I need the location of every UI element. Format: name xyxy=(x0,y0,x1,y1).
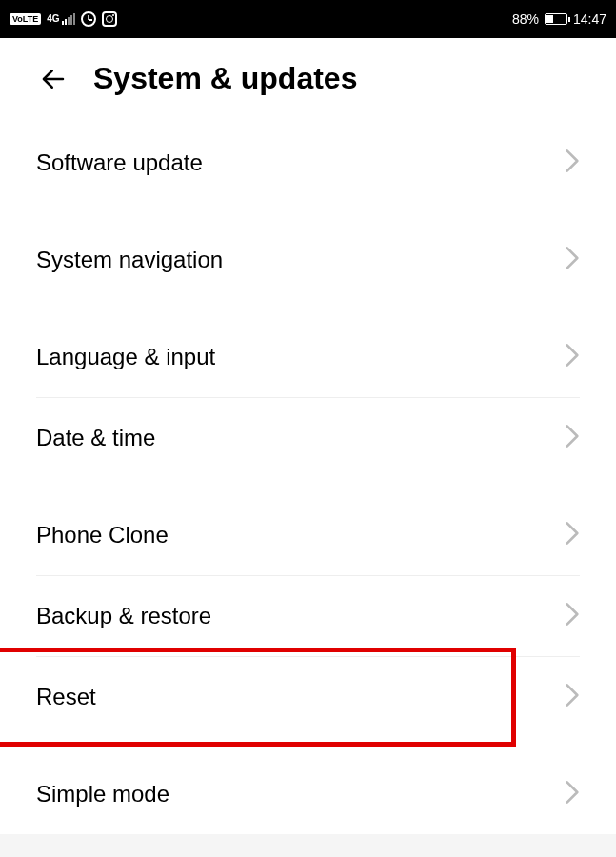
settings-item-reset[interactable]: Reset xyxy=(0,657,616,737)
settings-item-system-navigation[interactable]: System navigation xyxy=(0,220,616,300)
status-right: 88% 14:47 xyxy=(512,11,606,27)
chevron-right-icon xyxy=(565,342,580,372)
battery-icon xyxy=(545,13,567,25)
chevron-right-icon xyxy=(565,601,580,631)
chevron-right-icon xyxy=(565,423,580,453)
chevron-right-icon xyxy=(565,779,580,806)
arrow-left-icon xyxy=(39,65,68,93)
chevron-right-icon xyxy=(565,342,580,369)
settings-group: System navigation xyxy=(0,220,616,300)
chevron-right-icon xyxy=(565,245,580,275)
settings-item-language-input[interactable]: Language & input xyxy=(0,317,616,397)
header: System & updates xyxy=(0,38,616,123)
settings-item-label: Language & input xyxy=(36,344,215,370)
chevron-right-icon xyxy=(565,245,580,271)
settings-item-label: Backup & restore xyxy=(36,603,211,629)
chevron-right-icon xyxy=(565,779,580,809)
chevron-right-icon xyxy=(565,520,580,550)
page-title: System & updates xyxy=(93,61,357,96)
settings-group: Phone CloneBackup & restoreReset xyxy=(0,495,616,737)
settings-group: Software update xyxy=(0,123,616,203)
clock: 14:47 xyxy=(573,11,606,27)
battery-percent: 88% xyxy=(512,11,539,27)
settings-group: Language & inputDate & time xyxy=(0,317,616,478)
settings-item-backup-restore[interactable]: Backup & restore xyxy=(0,576,616,656)
alarm-icon xyxy=(81,11,96,27)
settings-item-software-update[interactable]: Software update xyxy=(0,123,616,203)
chevron-right-icon xyxy=(565,423,580,449)
settings-item-label: System navigation xyxy=(36,247,223,273)
back-button[interactable] xyxy=(38,64,69,94)
settings-item-label: Reset xyxy=(36,684,96,710)
status-left: VoLTE 4G xyxy=(10,11,117,27)
settings-item-simple-mode[interactable]: Simple mode xyxy=(0,754,616,834)
settings-item-label: Software update xyxy=(36,149,203,176)
chevron-right-icon xyxy=(565,148,580,178)
chevron-right-icon xyxy=(565,520,580,547)
volte-icon: VoLTE xyxy=(10,13,41,25)
settings-item-phone-clone[interactable]: Phone Clone xyxy=(0,495,616,575)
chevron-right-icon xyxy=(565,601,580,628)
settings-list: Software updateSystem navigationLanguage… xyxy=(0,123,616,834)
network-signal-icon: 4G xyxy=(47,13,74,25)
chevron-right-icon xyxy=(565,682,580,712)
chevron-right-icon xyxy=(565,148,580,174)
settings-item-label: Phone Clone xyxy=(36,522,169,548)
settings-item-label: Date & time xyxy=(36,425,155,451)
settings-item-date-time[interactable]: Date & time xyxy=(0,398,616,478)
chevron-right-icon xyxy=(565,682,580,708)
settings-group: Simple mode xyxy=(0,754,616,834)
settings-item-label: Simple mode xyxy=(36,781,169,807)
instagram-icon xyxy=(102,11,117,27)
status-bar: VoLTE 4G 88% 14:47 xyxy=(0,0,616,38)
